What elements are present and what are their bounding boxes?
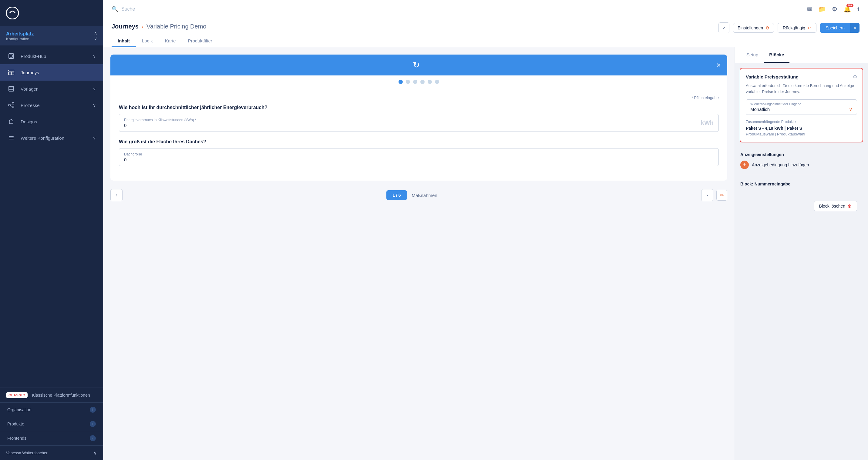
save-main-button[interactable]: Speichern bbox=[820, 23, 850, 33]
pencil-icon: ✏ bbox=[720, 192, 724, 198]
energy-field-value: 0 bbox=[124, 123, 701, 128]
panel-tabs: Setup Blöcke bbox=[735, 47, 868, 63]
add-condition-button[interactable]: + Anzeigebedingung hinzufügen bbox=[740, 161, 863, 169]
canvas-header-bar: ↻ ✕ bbox=[111, 55, 727, 75]
canvas-close-icon[interactable]: ✕ bbox=[716, 62, 721, 69]
sidebar-item-journeys[interactable]: Journeys bbox=[0, 64, 103, 80]
settings-gear-icon: ⚙ bbox=[766, 26, 769, 30]
info-icon: i bbox=[90, 407, 96, 413]
dot-5[interactable] bbox=[428, 80, 432, 84]
dot-3[interactable] bbox=[413, 80, 417, 84]
block-section: Block: Nummerneingabe bbox=[735, 174, 868, 195]
undo-arrow-icon: ↩ bbox=[808, 26, 811, 30]
layout-icon bbox=[7, 68, 15, 76]
sidebar-organisation[interactable]: Organisation i bbox=[0, 403, 103, 417]
next-page-button[interactable]: › bbox=[701, 189, 713, 201]
content-area: ↻ ✕ * Pflichteingabe Wie hoch ist Ihr du… bbox=[103, 47, 868, 460]
svg-rect-4 bbox=[8, 72, 11, 75]
gear-icon[interactable]: ⚙ bbox=[832, 5, 837, 13]
panel-tab-bloecke[interactable]: Blöcke bbox=[764, 47, 789, 63]
info-icon[interactable]: ℹ bbox=[857, 5, 860, 13]
workspace-selector[interactable]: Arbeitsplatz Konfiguration ∧ ∨ bbox=[0, 26, 103, 45]
panel-tab-setup[interactable]: Setup bbox=[741, 47, 764, 63]
journey-canvas: ↻ ✕ * Pflichteingabe Wie hoch ist Ihr du… bbox=[103, 47, 735, 460]
form-content: * Pflichteingabe Wie hoch ist Ihr durchs… bbox=[111, 88, 727, 180]
svg-rect-3 bbox=[8, 70, 14, 71]
sidebar-frontends[interactable]: Frontends i bbox=[0, 431, 103, 446]
topbar-actions: ✉ 📁 ⚙ 🔔 99+ ℹ bbox=[807, 5, 860, 13]
energy-input-group[interactable]: Energieverbrauch in Kilowattstunden (kWh… bbox=[119, 114, 719, 132]
related-products-label: Zusammenhängende Produkte bbox=[746, 120, 857, 124]
dropdown-arrow-icon: ∨ bbox=[849, 106, 852, 112]
edit-step-button[interactable]: ✏ bbox=[716, 190, 727, 201]
svg-point-0 bbox=[6, 7, 19, 19]
sidebar-item-prozesse[interactable]: Prozesse ∨ bbox=[0, 97, 103, 113]
svg-rect-1 bbox=[9, 54, 14, 59]
trash-icon: 🗑 bbox=[848, 204, 852, 208]
svg-rect-6 bbox=[9, 86, 14, 91]
svg-point-9 bbox=[8, 104, 10, 106]
tab-karte[interactable]: Karte bbox=[159, 35, 182, 47]
dot-1[interactable] bbox=[399, 80, 403, 84]
bell-icon[interactable]: 🔔 99+ bbox=[843, 5, 851, 13]
workspace-subtitle: Konfiguration bbox=[6, 37, 34, 41]
classic-badge: CLASSIC bbox=[6, 392, 28, 398]
svg-rect-2 bbox=[10, 55, 12, 57]
sidebar-produkte[interactable]: Produkte i bbox=[0, 417, 103, 431]
main-content: 🔍 Suche ✉ 📁 ⚙ 🔔 99+ ℹ Journeys › Variabl… bbox=[103, 0, 868, 460]
loading-icon: ↻ bbox=[413, 60, 420, 70]
breadcrumb-row: Journeys › Variable Pricing Demo ↗ Einst… bbox=[112, 23, 860, 33]
energy-unit: kWh bbox=[701, 120, 714, 126]
sidebar-item-weitere-label: Weitere Konfiguration bbox=[21, 135, 64, 141]
page-indicator: 1 / 6 bbox=[386, 190, 407, 200]
dach-input-group[interactable]: Dachgröße 0 bbox=[119, 148, 719, 166]
workspace-chevron-up-icon: ∧ bbox=[94, 31, 97, 35]
tab-produktfilter[interactable]: Produktfilter bbox=[182, 35, 218, 47]
svg-point-10 bbox=[12, 102, 14, 104]
svg-rect-15 bbox=[9, 138, 14, 138]
workspace-title: Arbeitsplatz bbox=[6, 31, 34, 37]
chevron-down-icon: ∨ bbox=[93, 86, 96, 91]
required-note: * Pflichteingabe bbox=[119, 95, 719, 100]
svg-rect-5 bbox=[11, 72, 14, 75]
save-button-group: Speichern ∨ bbox=[820, 23, 860, 33]
breadcrumb-current: Variable Pricing Demo bbox=[147, 23, 207, 30]
header-actions: ↗ Einstellungen ⚙ Rückgängig ↩ Speichern… bbox=[718, 23, 860, 33]
undo-button[interactable]: Rückgängig ↩ bbox=[778, 23, 816, 33]
prev-page-button[interactable]: ‹ bbox=[111, 189, 123, 201]
display-settings-section: Anzeigeeinstellungen + Anzeigebedingung … bbox=[735, 147, 868, 174]
config-icon bbox=[7, 134, 15, 142]
tab-logik[interactable]: Logik bbox=[136, 35, 159, 47]
save-dropdown-button[interactable]: ∨ bbox=[850, 23, 860, 33]
folder-icon[interactable]: 📁 bbox=[818, 5, 826, 13]
search-area: 🔍 Suche bbox=[112, 6, 135, 12]
sidebar-nav: Produkt-Hub ∨ Journeys bbox=[0, 45, 103, 388]
related-products-sub: Produktauswahl | Produktauswahl bbox=[746, 132, 857, 136]
delete-block-label: Block löschen bbox=[819, 204, 845, 208]
delete-block-button[interactable]: Block löschen 🗑 bbox=[814, 201, 857, 211]
sidebar-item-vorlagen[interactable]: Vorlagen ∨ bbox=[0, 80, 103, 97]
dot-6[interactable] bbox=[435, 80, 439, 84]
canvas-footer: ‹ 1 / 6 Maßnahmen › ✏ bbox=[111, 186, 727, 205]
sidebar-user[interactable]: Vanessa Waltersbacher ∨ bbox=[0, 446, 103, 460]
classic-platform-item[interactable]: CLASSIC Klassische Plattformfunktionen bbox=[0, 388, 103, 402]
sidebar-bottom-items: Organisation i Produkte i Frontends i bbox=[0, 402, 103, 446]
select-value: Monatlich bbox=[750, 107, 770, 112]
open-external-button[interactable]: ↗ bbox=[718, 23, 730, 33]
sidebar-item-designs[interactable]: Designs bbox=[0, 113, 103, 130]
design-icon bbox=[7, 118, 15, 126]
sidebar-item-produkt-hub[interactable]: Produkt-Hub ∨ bbox=[0, 48, 103, 64]
dot-2[interactable] bbox=[406, 80, 410, 84]
repetition-select[interactable]: Wiederholungseinheit der Eingabe Monatli… bbox=[746, 99, 857, 115]
info-2-icon: i bbox=[90, 421, 96, 427]
dot-4[interactable] bbox=[420, 80, 425, 84]
breadcrumb-link[interactable]: Journeys bbox=[112, 23, 138, 30]
svg-rect-14 bbox=[9, 136, 14, 137]
tab-inhalt[interactable]: Inhalt bbox=[112, 35, 136, 47]
question-1: Wie hoch ist Ihr durchschnittlicher jähr… bbox=[119, 105, 719, 110]
mail-icon[interactable]: ✉ bbox=[807, 5, 812, 13]
settings-button[interactable]: Einstellungen ⚙ bbox=[733, 23, 774, 33]
block-settings-icon[interactable]: ⚙ bbox=[853, 74, 857, 80]
block-card-header: Variable Preisgestaltung ⚙ bbox=[746, 74, 857, 80]
sidebar-item-weitere[interactable]: Weitere Konfiguration ∨ bbox=[0, 130, 103, 146]
